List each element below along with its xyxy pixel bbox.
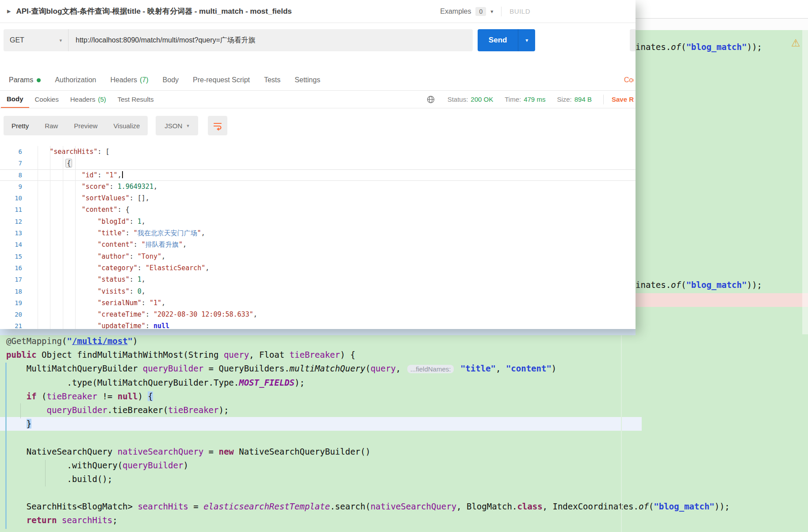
- line-number: 14: [0, 239, 34, 250]
- line-number: 8: [0, 170, 34, 180]
- method-select[interactable]: GET ▾: [4, 29, 69, 51]
- tab-authorization[interactable]: Authorization: [48, 76, 103, 90]
- java-code-line: .withQuery(queryBuilder): [0, 459, 188, 472]
- code-snippet-rail-clipped[interactable]: [630, 29, 636, 51]
- json-line: 9 "score": 1.9649321,: [0, 181, 636, 192]
- view-tab-pretty[interactable]: Pretty: [4, 122, 37, 130]
- indent-guide: [50, 146, 50, 329]
- tab-params[interactable]: Params: [2, 76, 48, 90]
- java-code-line: if (tieBreaker != null) {: [0, 390, 153, 403]
- code-line-tail: inates.of("blog_match"));: [636, 40, 762, 54]
- chevron-down-icon[interactable]: ▾: [490, 8, 493, 15]
- status-label: Status:: [448, 96, 468, 103]
- highlighted-line-pink: [636, 293, 808, 307]
- size-value: 894 B: [574, 96, 592, 103]
- collapse-icon[interactable]: ▶: [7, 8, 11, 14]
- response-tab-body[interactable]: Body: [1, 91, 29, 108]
- java-code: @GetMapping("/multi/most")public Object …: [0, 334, 808, 528]
- warning-icon[interactable]: ⚠: [791, 37, 800, 49]
- ide-toolbar-strip: [636, 0, 808, 19]
- line-number: 11: [0, 204, 34, 215]
- tab-prerequest-script[interactable]: Pre-request Script: [186, 76, 257, 90]
- indent-guide: [63, 146, 63, 329]
- url-field: GET ▾: [4, 29, 473, 51]
- line-number: 15: [0, 251, 34, 262]
- change-marker-bar: [5, 363, 7, 529]
- indent-guide: [38, 146, 38, 329]
- response-tab-test-results[interactable]: Test Results: [112, 91, 160, 108]
- java-code-line: .type(MultiMatchQueryBuilder.Type.MOST_F…: [0, 376, 305, 390]
- line-number: 17: [0, 274, 34, 285]
- examples-count-badge: 0: [475, 7, 486, 16]
- view-mode-group: Pretty Raw Preview Visualize: [4, 116, 148, 135]
- url-input[interactable]: [69, 36, 473, 45]
- tab-headers[interactable]: Headers (7): [103, 76, 156, 90]
- view-tab-raw[interactable]: Raw: [37, 122, 66, 130]
- json-line: 14 "content": "排队看升旗",: [0, 239, 636, 250]
- java-code-line: @GetMapping("/multi/most"): [0, 334, 138, 348]
- divider: [501, 7, 502, 16]
- request-tabs: Params Authorization Headers (7) Body Pr…: [0, 52, 636, 91]
- line-number: 6: [0, 146, 34, 157]
- format-select[interactable]: JSON ▾: [156, 116, 198, 135]
- line-number: 21: [0, 320, 34, 329]
- chevron-down-icon: ▾: [187, 123, 189, 129]
- indent-guide: [75, 146, 76, 329]
- java-code-line: }: [0, 417, 642, 431]
- time-value: 479 ms: [524, 96, 545, 103]
- java-code-line: SearchHits<BlogMatch> searchHits = elast…: [0, 500, 730, 513]
- view-tab-visualize[interactable]: Visualize: [106, 122, 148, 130]
- send-options-caret[interactable]: ▾: [518, 29, 535, 51]
- params-active-dot: [37, 78, 41, 82]
- send-button-group: Send ▾: [478, 29, 535, 51]
- build-button[interactable]: BUILD: [509, 8, 530, 15]
- json-line: 21 "updateTime": null: [0, 320, 636, 329]
- line-number: 9: [0, 181, 34, 192]
- line-number: 7: [0, 157, 34, 169]
- json-line: 8 "id": "1",: [0, 169, 636, 181]
- cookies-link-clipped[interactable]: Cookies: [624, 76, 634, 90]
- view-tab-preview[interactable]: Preview: [66, 122, 105, 130]
- response-body-json: 6 "searchHits": [7 {8 "id": "1",9 "score…: [0, 146, 636, 329]
- screen: inates.of("blog_match")); ⚠ inates.of("b…: [0, 0, 808, 532]
- divider: [603, 95, 604, 104]
- json-line: 17 "status": 1,: [0, 274, 636, 285]
- json-line: 10 "sortValues": [],: [0, 192, 636, 204]
- ide-editor-main: @GetMapping("/multi/most")public Object …: [0, 334, 808, 532]
- json-lines: 6 "searchHits": [7 {8 "id": "1",9 "score…: [0, 146, 636, 329]
- java-code-line: .build();: [0, 472, 112, 486]
- indent-guide: [45, 460, 46, 486]
- json-line: 16 "category": "ElasticSearch",: [0, 262, 636, 274]
- json-line: 18 "visits": 0,: [0, 286, 636, 297]
- globe-icon[interactable]: [426, 95, 435, 104]
- chevron-down-icon: ▾: [59, 38, 62, 43]
- tab-body[interactable]: Body: [156, 76, 186, 90]
- line-number: 12: [0, 216, 34, 227]
- json-line: 6 "searchHits": [: [0, 146, 636, 157]
- java-code-line: return searchHits;: [0, 513, 118, 527]
- status-value: 200 OK: [471, 96, 493, 103]
- json-line: 12 "blogId": 1,: [0, 216, 636, 227]
- time-label: Time:: [505, 96, 521, 103]
- highlight-strip: [0, 329, 636, 335]
- line-number: 20: [0, 309, 34, 320]
- java-code-line: public Object findMultiMathWithMost(Stri…: [0, 348, 355, 362]
- save-response-button[interactable]: Save R: [612, 96, 634, 103]
- send-button[interactable]: Send: [478, 29, 518, 51]
- wrap-text-button[interactable]: [208, 116, 227, 135]
- response-tabs: Body Cookies Headers (5) Test Results St…: [0, 91, 636, 108]
- line-number: 16: [0, 262, 34, 274]
- java-code-line: queryBuilder.tieBreaker(tieBreaker);: [0, 403, 229, 417]
- examples-button[interactable]: Examples: [440, 8, 471, 15]
- json-line: 11 "content": {: [0, 204, 636, 215]
- response-tab-cookies[interactable]: Cookies: [29, 91, 65, 108]
- indent-guide: [20, 403, 21, 418]
- response-tab-headers[interactable]: Headers (5): [65, 91, 112, 108]
- tab-tests[interactable]: Tests: [257, 76, 287, 90]
- json-line: 19 "serialNum": "1",: [0, 297, 636, 309]
- method-label: GET: [10, 36, 24, 44]
- response-meta: Status: 200 OK Time: 479 ms Size: 894 B …: [426, 95, 635, 104]
- tab-settings[interactable]: Settings: [287, 76, 327, 90]
- line-number: 18: [0, 286, 34, 297]
- java-code-line: MultiMatchQueryBuilder queryBuilder = Qu…: [0, 362, 556, 375]
